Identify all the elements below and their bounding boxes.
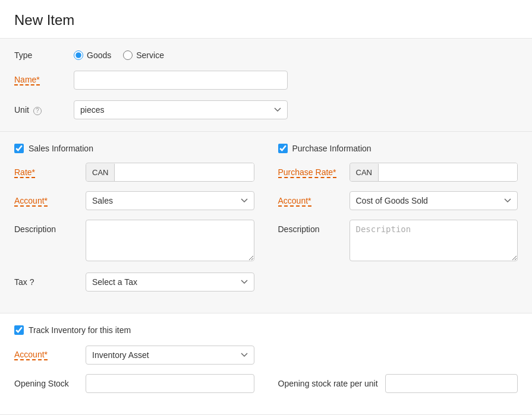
sales-tax-select[interactable]: Select a Tax GST 5% HST 13% PST 7% [86, 273, 254, 292]
sales-rate-row: Rate* CAN 2500 [14, 163, 254, 182]
sales-header-label: Sales Information [29, 144, 93, 153]
unit-label: Unit ? [14, 105, 74, 115]
sales-account-content: Sales Service Revenue Other Income [86, 191, 254, 210]
track-account-row: Account* Inventory Asset Other Asset [14, 346, 518, 365]
type-label: Type [14, 50, 74, 60]
purchase-header: Purchase Information [278, 144, 518, 153]
sales-checkbox[interactable] [14, 144, 24, 153]
track-account-select[interactable]: Inventory Asset Other Asset [86, 346, 254, 365]
opening-stock-field: Opening Stock 100 [14, 374, 254, 393]
opening-stock-input[interactable]: 100 [86, 374, 254, 393]
sales-rate-label: Rate* [14, 163, 86, 178]
type-radio-group: Goods Service [74, 50, 164, 60]
purchase-rate-group: CAN 2000 [350, 163, 518, 182]
service-label: Service [136, 50, 164, 60]
sales-account-label: Account* [14, 191, 86, 207]
type-row: Type Goods Service [14, 50, 518, 60]
sales-tax-row: Tax ? Select a Tax GST 5% HST 13% PST 7% [14, 273, 254, 292]
opening-rate-input[interactable]: 2000 [385, 374, 518, 393]
purchase-column: Purchase Information Purchase Rate* CAN … [278, 144, 518, 301]
purchase-account-label: Account* [278, 191, 350, 207]
track-account-label: Account* [14, 350, 86, 360]
track-inventory-section: Track Inventory for this item Account* I… [0, 313, 532, 415]
opening-stock-row: Opening Stock 100 Opening stock rate per… [14, 374, 518, 393]
name-row: Name* Laptop [14, 71, 518, 90]
track-header: Track Inventory for this item [14, 325, 518, 335]
sales-description-textarea[interactable] [86, 220, 254, 261]
sales-currency: CAN [86, 164, 115, 181]
name-label: Name* [14, 75, 74, 85]
sales-description-label: Description [14, 220, 86, 234]
sales-tax-content: Select a Tax GST 5% HST 13% PST 7% [86, 273, 254, 292]
sales-rate-content: CAN 2500 [86, 163, 254, 182]
track-header-label: Track Inventory for this item [29, 325, 131, 335]
purchase-checkbox[interactable] [278, 144, 288, 153]
purchase-account-select[interactable]: Cost of Goods Sold Purchases Other Expen… [350, 191, 518, 210]
goods-label: Goods [87, 50, 111, 60]
purchase-description-content [350, 220, 518, 263]
opening-rate-label: Opening stock rate per unit [278, 379, 385, 388]
sales-tax-label: Tax ? [14, 273, 86, 287]
unit-row: Unit ? pieces kg litre box [14, 100, 518, 119]
basic-info-section: Type Goods Service Name* Laptop Unit ? p… [0, 39, 532, 132]
goods-radio-item[interactable]: Goods [74, 50, 111, 60]
goods-radio[interactable] [74, 50, 83, 60]
purchase-description-textarea[interactable] [350, 220, 518, 261]
purchase-rate-input[interactable]: 2000 [379, 163, 517, 181]
two-columns-layout: Sales Information Rate* CAN 2500 Account… [14, 144, 518, 301]
sales-account-select[interactable]: Sales Service Revenue Other Income [86, 191, 254, 210]
purchase-description-row: Description [278, 220, 518, 263]
sales-description-content [86, 220, 254, 263]
purchase-description-label: Description [278, 220, 350, 234]
page-header: New Item [0, 0, 532, 39]
sales-purchase-section: Sales Information Rate* CAN 2500 Account… [0, 132, 532, 313]
sales-rate-group: CAN 2500 [86, 163, 254, 182]
purchase-currency: CAN [350, 164, 379, 181]
tax-help-icon[interactable]: ? [30, 277, 34, 287]
sales-account-row: Account* Sales Service Revenue Other Inc… [14, 191, 254, 210]
opening-rate-field: Opening stock rate per unit 2000 [278, 374, 518, 393]
name-input[interactable]: Laptop [74, 71, 288, 90]
purchase-rate-label: Purchase Rate* [278, 163, 350, 178]
page-title: New Item [14, 12, 518, 28]
unit-select[interactable]: pieces kg litre box [74, 100, 288, 119]
purchase-rate-row: Purchase Rate* CAN 2000 [278, 163, 518, 182]
sales-header: Sales Information [14, 144, 254, 153]
sales-column: Sales Information Rate* CAN 2500 Account… [14, 144, 254, 301]
opening-stock-label: Opening Stock [14, 379, 86, 388]
purchase-header-label: Purchase Information [292, 144, 372, 153]
unit-help-icon[interactable]: ? [33, 107, 42, 115]
sales-rate-input[interactable]: 2500 [115, 163, 253, 181]
purchase-account-content: Cost of Goods Sold Purchases Other Expen… [350, 191, 518, 210]
track-checkbox[interactable] [14, 325, 24, 335]
track-account-field: Account* Inventory Asset Other Asset [14, 346, 254, 365]
service-radio[interactable] [123, 50, 133, 60]
service-radio-item[interactable]: Service [123, 50, 164, 60]
purchase-rate-content: CAN 2000 [350, 163, 518, 182]
purchase-account-row: Account* Cost of Goods Sold Purchases Ot… [278, 191, 518, 210]
sales-description-row: Description [14, 220, 254, 263]
